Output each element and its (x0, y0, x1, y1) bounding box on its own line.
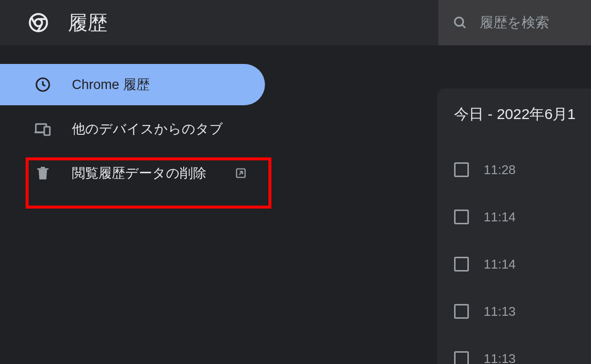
checkbox[interactable] (454, 351, 469, 364)
svg-rect-5 (44, 127, 50, 135)
history-row[interactable]: 11:14 (437, 193, 591, 241)
search-box[interactable] (438, 0, 591, 45)
history-panel: 今日 - 2022年6月1 11:28 11:14 11:14 11:13 11… (437, 89, 591, 364)
devices-icon (34, 121, 51, 137)
history-time: 11:14 (484, 210, 516, 225)
checkbox[interactable] (454, 162, 469, 177)
checkbox[interactable] (454, 257, 469, 272)
sidebar-item-other-devices-tabs[interactable]: 他のデバイスからのタブ (9, 108, 265, 150)
history-time: 11:28 (484, 162, 516, 178)
sidebar-item-clear-browsing-data[interactable]: 閲覧履歴データの削除 (9, 152, 265, 194)
sidebar-item-label: 閲覧履歴データの削除 (72, 164, 206, 182)
checkbox[interactable] (454, 304, 469, 319)
history-time: 11:13 (484, 351, 516, 364)
sidebar: Chrome 履歴 他のデバイスからのタブ 閲覧履歴データの削除 (0, 45, 276, 364)
sidebar-item-chrome-history[interactable]: Chrome 履歴 (0, 64, 265, 105)
history-row[interactable]: 11:13 (437, 335, 591, 364)
checkbox[interactable] (454, 210, 469, 224)
history-list: 11:28 11:14 11:14 11:13 11:13 (437, 146, 591, 364)
clock-icon (34, 76, 51, 93)
trash-icon (34, 165, 51, 182)
content-area: Chrome 履歴 他のデバイスからのタブ 閲覧履歴データの削除 (0, 45, 591, 364)
history-time: 11:14 (484, 257, 516, 272)
history-time: 11:13 (484, 304, 516, 319)
search-icon (452, 15, 468, 30)
open-external-icon (234, 167, 247, 180)
search-input[interactable] (480, 15, 591, 30)
history-row[interactable]: 11:28 (437, 146, 591, 193)
history-row[interactable]: 11:14 (437, 241, 591, 288)
page-title: 履歴 (68, 9, 107, 36)
chrome-logo-icon (28, 12, 49, 33)
history-date-header: 今日 - 2022年6月1 (437, 104, 591, 124)
sidebar-item-label: Chrome 履歴 (72, 76, 150, 93)
svg-point-2 (455, 17, 463, 26)
sidebar-item-label: 他のデバイスからのタブ (72, 120, 223, 138)
history-row[interactable]: 11:13 (437, 288, 591, 335)
top-bar: 履歴 (0, 0, 591, 45)
